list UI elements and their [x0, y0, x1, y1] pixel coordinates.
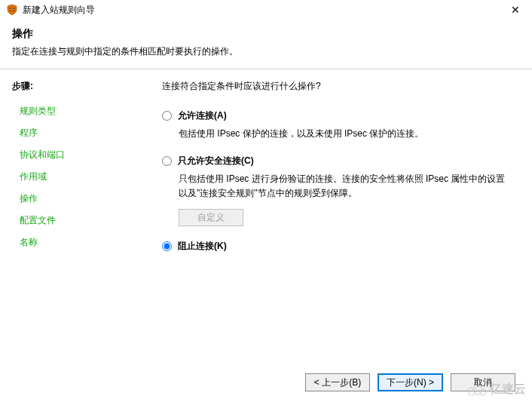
wizard-footer: < 上一步(B) 下一步(N) > 取消: [305, 373, 515, 391]
desc-secure: 只包括使用 IPsec 进行身份验证的连接。连接的安全性将依照 IPsec 属性…: [179, 172, 509, 201]
close-button[interactable]: ✕: [505, 2, 526, 17]
firewall-icon: [6, 4, 18, 16]
back-button[interactable]: < 上一步(B): [305, 373, 370, 391]
customize-button: 自定义: [179, 209, 243, 226]
steps-sidebar: 步骤: 规则类型 程序 协议和端口 作用域 操作 配置文件 名称: [0, 69, 139, 372]
desc-allow: 包括使用 IPsec 保护的连接，以及未使用 IPsec 保护的连接。: [179, 127, 509, 141]
radio-allow[interactable]: [162, 111, 172, 121]
step-protocol-port[interactable]: 协议和端口: [12, 144, 139, 166]
option-allow: 允许连接(A) 包括使用 IPsec 保护的连接，以及未使用 IPsec 保护的…: [162, 109, 509, 141]
step-program[interactable]: 程序: [12, 122, 139, 144]
wizard-main: 连接符合指定条件时应该进行什么操作? 允许连接(A) 包括使用 IPsec 保护…: [139, 69, 532, 372]
page-title: 操作: [12, 27, 520, 41]
steps-label: 步骤:: [12, 80, 139, 93]
option-secure: 只允许安全连接(C) 只包括使用 IPsec 进行身份验证的连接。连接的安全性将…: [162, 155, 509, 226]
page-subtitle: 指定在连接与规则中指定的条件相匹配时要执行的操作。: [12, 45, 520, 58]
step-rule-type[interactable]: 规则类型: [12, 100, 139, 122]
label-block[interactable]: 阻止连接(K): [178, 240, 227, 253]
wizard-header: 操作 指定在连接与规则中指定的条件相匹配时要执行的操作。: [0, 20, 532, 69]
radio-block[interactable]: [162, 241, 172, 251]
step-profile[interactable]: 配置文件: [12, 210, 139, 232]
titlebar: 新建入站规则向导 ✕: [0, 0, 532, 20]
label-allow[interactable]: 允许连接(A): [178, 109, 227, 122]
next-button[interactable]: 下一步(N) >: [378, 373, 443, 391]
step-action[interactable]: 操作: [12, 188, 139, 210]
option-block: 阻止连接(K): [162, 240, 509, 253]
cancel-button[interactable]: 取消: [451, 373, 515, 391]
action-question: 连接符合指定条件时应该进行什么操作?: [162, 80, 509, 93]
step-scope[interactable]: 作用域: [12, 166, 139, 188]
label-secure[interactable]: 只允许安全连接(C): [178, 155, 254, 167]
radio-secure[interactable]: [162, 156, 172, 166]
step-name[interactable]: 名称: [12, 232, 139, 253]
window-title: 新建入站规则向导: [23, 4, 505, 17]
